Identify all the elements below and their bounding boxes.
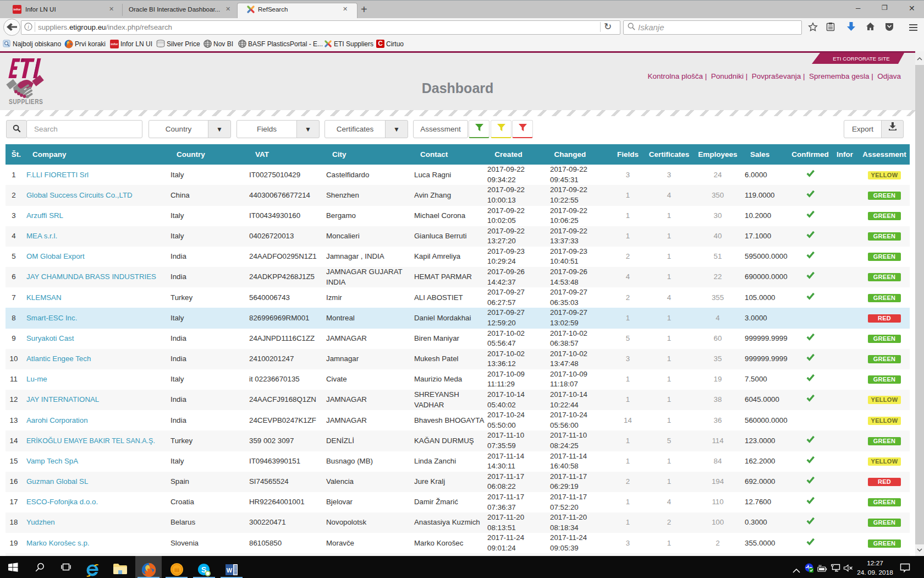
svg-text:i: i (28, 24, 29, 30)
svg-text:SUPPLIERS: SUPPLIERS (9, 99, 43, 106)
svg-text:ETI CORPORATE SITE: ETI CORPORATE SITE (833, 56, 889, 62)
svg-text:iii: iii (174, 566, 179, 573)
svg-text:W: W (227, 567, 233, 574)
